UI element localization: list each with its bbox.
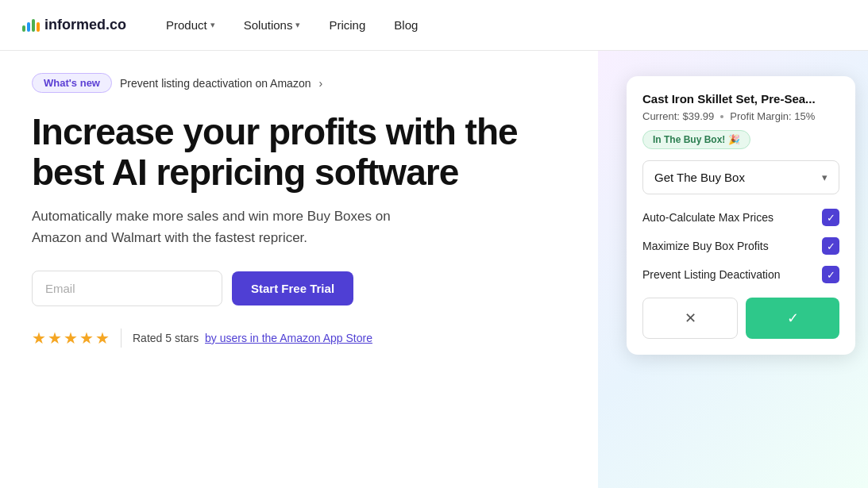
right-section: Cast Iron Skillet Set, Pre-Sea... Curren… [614,51,868,488]
option-label-3: Prevent Listing Deactivation [642,268,781,281]
card-actions: ✕ ✓ [642,298,839,339]
option-row-2: Maximize Buy Box Profits ✓ [642,237,839,255]
star-1: ★ [32,329,46,348]
logo-text: informed.co [44,17,126,33]
navbar: informed.co Product ▾ Solutions ▾ Pricin… [0,0,868,51]
product-card: Cast Iron Skillet Set, Pre-Sea... Curren… [627,76,855,355]
nav-item-pricing[interactable]: Pricing [318,12,376,38]
rating-label: Rated 5 stars [133,332,199,344]
cancel-button[interactable]: ✕ [642,298,738,339]
star-4: ★ [79,329,94,348]
checkbox-maximize-profits[interactable]: ✓ [822,237,839,255]
nav-pricing-label: Pricing [329,18,365,32]
star-rating: ★ ★ ★ ★ ★ [32,329,110,348]
nav-solutions-label: Solutions [244,18,293,32]
option-row-3: Prevent Listing Deactivation ✓ [642,266,839,283]
app-store-link[interactable]: by users in the Amazon App Store [205,332,372,344]
card-product-title: Cast Iron Skillet Set, Pre-Sea... [642,92,839,106]
logo[interactable]: informed.co [22,17,126,33]
meta-dot [720,115,723,118]
current-price: Current: $39.99 [642,110,714,122]
chevron-down-icon: ▾ [210,20,215,30]
confirm-icon: ✓ [787,309,799,327]
whats-new-badge[interactable]: What's new [32,73,112,93]
star-2: ★ [48,329,62,348]
star-5: ★ [95,329,110,348]
strategy-label: Get The Buy Box [654,171,745,184]
nav-blog-label: Blog [394,18,418,32]
main-content: What's new Prevent listing deactivation … [0,51,868,488]
card-meta: Current: $39.99 Profit Margin: 15% [642,110,839,122]
nav-item-solutions[interactable]: Solutions ▾ [233,12,312,38]
nav-product-label: Product [166,18,207,32]
start-trial-button[interactable]: Start Free Trial [232,271,353,305]
hero-subtext: Automatically make more sales and win mo… [32,206,429,248]
email-input[interactable] [32,271,222,306]
rating-text: Rated 5 stars by users in the Amazon App… [133,332,372,344]
arrow-icon: › [318,77,322,90]
whats-new-bar: What's new Prevent listing deactivation … [32,73,581,93]
option-label-1: Auto-Calculate Max Prices [642,211,773,224]
divider [121,329,122,348]
card-options: Auto-Calculate Max Prices ✓ Maximize Buy… [642,209,839,283]
nav-item-product[interactable]: Product ▾ [155,12,226,38]
whats-new-link[interactable]: Prevent listing deactivation on Amazon [120,77,311,90]
chevron-down-icon: ▾ [822,171,827,183]
nav-item-blog[interactable]: Blog [383,12,429,38]
checkbox-prevent-deactivation[interactable]: ✓ [822,266,839,283]
stars-row: ★ ★ ★ ★ ★ Rated 5 stars by users in the … [32,329,581,348]
hero-headline: Increase your profits with the best AI r… [32,112,581,192]
confirm-button[interactable]: ✓ [746,298,839,339]
strategy-dropdown[interactable]: Get The Buy Box ▾ [642,160,839,194]
cta-row: Start Free Trial [32,271,581,306]
cancel-icon: ✕ [685,309,696,327]
option-label-2: Maximize Buy Box Profits [642,240,769,252]
nav-items: Product ▾ Solutions ▾ Pricing Blog [155,12,846,38]
buy-box-badge: In The Buy Box! 🎉 [642,130,750,149]
option-row-1: Auto-Calculate Max Prices ✓ [642,209,839,226]
checkbox-auto-calculate[interactable]: ✓ [822,209,839,226]
buy-box-badge-text: In The Buy Box! 🎉 [653,134,740,145]
chevron-down-icon: ▾ [295,20,300,30]
profit-margin: Profit Margin: 15% [730,110,815,122]
star-3: ★ [64,329,78,348]
logo-icon [22,19,40,32]
left-section: What's new Prevent listing deactivation … [0,51,613,488]
